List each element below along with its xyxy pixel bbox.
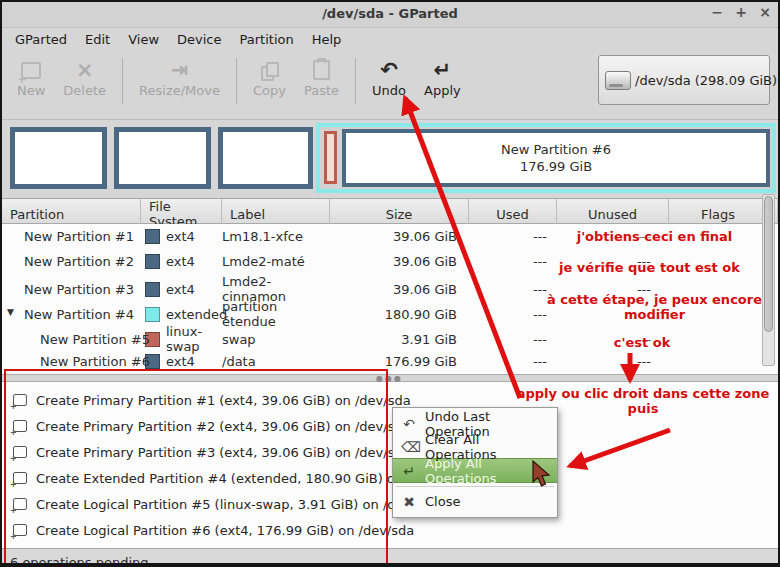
menu-gparted[interactable]: GParted	[6, 30, 76, 49]
table-row[interactable]: ▼New Partition #4 extended partition éte…	[2, 299, 778, 324]
menu-partition[interactable]: Partition	[231, 30, 303, 49]
new-partition-icon	[13, 472, 27, 484]
partition6-name: New Partition #6	[501, 141, 611, 158]
apply-icon: ↵	[434, 57, 452, 83]
table-row[interactable]: New Partition #3 ext4 Lmde2-cinnamon 39.…	[2, 274, 778, 299]
menu-item-close[interactable]: ✖ Close	[393, 490, 557, 513]
toolbar-separator	[236, 58, 237, 104]
delete-button[interactable]: × Delete	[54, 55, 115, 100]
pane-splitter[interactable]: ●●●	[2, 374, 778, 382]
apply-button[interactable]: ↵ Apply	[415, 55, 470, 100]
menu-device[interactable]: Device	[168, 30, 230, 49]
new-partition-icon	[13, 524, 27, 536]
menu-help[interactable]: Help	[303, 30, 351, 49]
paste-icon	[313, 57, 330, 83]
fs-color-swatch	[145, 229, 160, 244]
toolbar-separator	[355, 58, 356, 104]
new-button[interactable]: New	[8, 55, 54, 100]
pending-operations-text: 6 operations pending	[10, 555, 149, 567]
resize-move-icon: ⇥	[171, 57, 189, 83]
fs-color-swatch	[145, 282, 160, 297]
new-partition-icon	[13, 394, 27, 406]
title-bar: /dev/sda - GParted − + ×	[2, 2, 778, 28]
menu-bar: GParted Edit View Device Partition Help	[2, 28, 778, 50]
close-icon: ✖	[401, 494, 417, 510]
menu-edit[interactable]: Edit	[76, 30, 119, 49]
clear-icon: ⌫	[401, 439, 417, 455]
apply-icon: ↵	[401, 463, 417, 479]
partition6-size: 176.99 GiB	[520, 158, 592, 175]
partition2-box[interactable]	[114, 127, 211, 189]
new-partition-icon	[13, 498, 27, 510]
menu-view[interactable]: View	[119, 30, 168, 49]
undo-icon: ↶	[380, 57, 398, 83]
window-title: /dev/sda - GParted	[2, 6, 778, 21]
splitter-grip-icon: ●●●	[376, 374, 403, 383]
copy-button[interactable]: Copy	[244, 55, 295, 100]
toolbar: New × Delete ⇥ Resize/Move Copy Paste ↶ …	[2, 50, 778, 119]
operation-item: Create Logical Partition #6 (ext4, 176.9…	[2, 517, 778, 543]
partition-graphic-view: New Partition #6 176.99 GiB	[2, 119, 778, 198]
fs-color-swatch	[145, 254, 160, 269]
undo-button[interactable]: ↶ Undo	[363, 55, 415, 100]
partition3-box[interactable]	[218, 127, 313, 189]
table-row[interactable]: New Partition #1 ext4 Lm18.1-xfce 39.06 …	[2, 224, 778, 249]
minimize-button[interactable]: −	[710, 4, 724, 20]
close-button[interactable]: ×	[758, 4, 772, 20]
operations-pane: Create Primary Partition #1 (ext4, 39.06…	[2, 382, 778, 548]
table-row[interactable]: New Partition #6 ext4 /data 176.99 GiB -…	[2, 349, 778, 374]
window-controls: − + ×	[710, 4, 772, 20]
resize-move-button[interactable]: ⇥ Resize/Move	[130, 55, 229, 100]
menu-separator	[396, 486, 554, 487]
expander-icon[interactable]: ▼	[7, 307, 14, 317]
operation-item: Create Primary Partition #1 (ext4, 39.06…	[2, 387, 778, 413]
menu-item-apply-all-operations[interactable]: ↵ Apply All Operations	[393, 458, 557, 483]
device-path: /dev/sda	[635, 73, 691, 88]
fs-color-swatch	[145, 307, 160, 322]
operation-item: Create Primary Partition #3 (ext4, 39.06…	[2, 439, 778, 465]
table-header: Partition File System Label Size Used Un…	[2, 198, 778, 224]
maximize-button[interactable]: +	[734, 4, 748, 20]
new-partition-icon	[13, 446, 27, 458]
swap-partition-box[interactable]	[324, 131, 337, 184]
disk-icon	[605, 71, 631, 90]
partition1-box[interactable]	[10, 127, 107, 189]
delete-icon: ×	[76, 57, 94, 83]
scrollbar-thumb[interactable]	[764, 196, 773, 332]
device-size: (298.09 GiB)	[695, 73, 777, 88]
gparted-window: /dev/sda - GParted − + × GParted Edit Vi…	[0, 0, 780, 567]
copy-icon	[261, 57, 278, 83]
toolbar-separator	[122, 58, 123, 104]
operation-item: Create Logical Partition #5 (linux-swap,…	[2, 491, 778, 517]
status-bar: 6 operations pending	[2, 548, 778, 567]
table-scrollbar[interactable]	[762, 194, 775, 366]
extended-partition-frame[interactable]: New Partition #6 176.99 GiB	[316, 123, 776, 193]
table-row[interactable]: New Partition #2 ext4 Lmde2-maté 39.06 G…	[2, 249, 778, 274]
context-menu: ↶ Undo Last Operation ⌫ Clear All Operat…	[392, 407, 558, 518]
new-partition-icon	[13, 420, 27, 432]
partition-table: New Partition #1 ext4 Lm18.1-xfce 39.06 …	[2, 224, 778, 374]
operation-item: Create Extended Partition #4 (extended, …	[2, 465, 778, 491]
new-partition-icon	[21, 57, 41, 83]
partition6-box[interactable]: New Partition #6 176.99 GiB	[342, 129, 770, 187]
table-row[interactable]: New Partition #5 linux-swap swap 3.91 Gi…	[2, 324, 778, 349]
device-selector[interactable]: /dev/sda (298.09 GiB) ▼	[598, 55, 770, 105]
operation-item: Create Primary Partition #2 (ext4, 39.06…	[2, 413, 778, 439]
undo-icon: ↶	[401, 416, 417, 432]
paste-button[interactable]: Paste	[295, 55, 348, 100]
